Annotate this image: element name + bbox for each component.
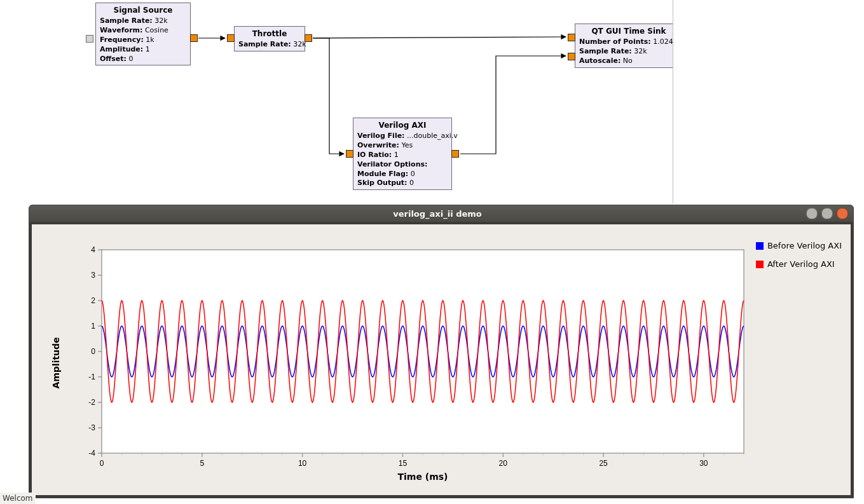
svg-text:20: 20 — [499, 459, 508, 468]
param-row: IO Ratio: 1 — [353, 151, 451, 160]
status-bar: Welcom — [0, 493, 36, 504]
svg-text:3: 3 — [91, 271, 95, 280]
port-in-1[interactable] — [568, 53, 575, 60]
flowgraph-canvas[interactable]: Signal Source Sample Rate: 32k Waveform:… — [0, 0, 864, 203]
legend-label: Before Verilog AXI — [767, 241, 842, 250]
svg-text:1: 1 — [91, 322, 95, 330]
svg-text:15: 15 — [399, 459, 408, 468]
svg-text:-1: -1 — [88, 372, 95, 381]
param-row: Waveform: Cosine — [96, 26, 190, 36]
svg-rect-2 — [102, 250, 744, 453]
node-title: Verilog AXI — [353, 119, 451, 132]
port-in[interactable] — [346, 150, 353, 158]
svg-text:-3: -3 — [88, 423, 95, 432]
node-title: Throttle — [235, 28, 305, 40]
open-port-stub — [86, 35, 93, 43]
svg-text:25: 25 — [599, 459, 608, 468]
svg-text:0: 0 — [100, 459, 104, 468]
svg-text:2: 2 — [91, 296, 95, 305]
param-row: Skip Output: 0 — [353, 179, 451, 188]
close-icon[interactable] — [837, 208, 848, 219]
svg-text:30: 30 — [699, 459, 708, 468]
svg-text:4: 4 — [91, 245, 95, 254]
window-titlebar[interactable]: verilog_axi_ii demo — [29, 205, 853, 222]
svg-text:-4: -4 — [88, 449, 95, 458]
node-title: QT GUI Time Sink — [575, 25, 682, 37]
maximize-icon[interactable] — [821, 208, 833, 219]
window-title: verilog_axi_ii demo — [69, 209, 806, 219]
plot-legend: Before Verilog AXI After Verilog AXI — [756, 241, 842, 278]
port-out[interactable] — [305, 34, 312, 42]
param-row: Sample Rate: 32k — [235, 40, 305, 50]
legend-swatch-icon — [756, 242, 764, 250]
param-row: Frequency: 1k — [96, 36, 190, 45]
svg-text:-2: -2 — [88, 398, 95, 407]
param-row: Amplitude: 1 — [96, 45, 190, 55]
svg-text:Time (ms): Time (ms) — [397, 472, 448, 482]
svg-text:0: 0 — [91, 347, 95, 356]
legend-swatch-icon — [756, 261, 764, 268]
plot-body: Amplitude -4-3-2-101234051015202530Time … — [32, 224, 851, 495]
port-out[interactable] — [451, 150, 459, 158]
legend-item[interactable]: Before Verilog AXI — [756, 241, 842, 250]
node-time-sink[interactable]: QT GUI Time Sink Number of Points: 1.024… — [575, 24, 683, 68]
param-row: Module Flag: 0 — [353, 170, 451, 179]
param-row: Sample Rate: 32k — [575, 47, 682, 57]
param-row: Sample Rate: 32k — [96, 17, 190, 26]
param-row: Autoscale: No — [575, 57, 682, 66]
port-in-0[interactable] — [568, 34, 575, 41]
node-title: Signal Source — [96, 4, 190, 17]
param-row: Number of Points: 1.024k — [575, 37, 682, 47]
svg-text:5: 5 — [200, 459, 204, 468]
node-signal-source[interactable]: Signal Source Sample Rate: 32k Waveform:… — [95, 3, 191, 65]
time-plot[interactable]: -4-3-2-101234051015202530Time (ms) — [57, 237, 846, 491]
param-row: Offset: 0 — [96, 55, 190, 64]
svg-line-1 — [313, 37, 566, 38]
svg-text:10: 10 — [298, 459, 307, 468]
port-out[interactable] — [190, 34, 198, 42]
param-row: Overwrite: Yes — [353, 141, 451, 151]
param-row: Verilator Options: — [353, 160, 451, 170]
legend-label: After Verilog AXI — [767, 259, 835, 269]
port-in[interactable] — [227, 34, 235, 42]
param-row: Verilog File: ...double_axi.v — [353, 132, 451, 141]
node-verilog-axi[interactable]: Verilog AXI Verilog File: ...double_axi.… — [353, 118, 452, 190]
plot-window[interactable]: verilog_axi_ii demo Amplitude -4-3-2-101… — [29, 205, 854, 498]
minimize-icon[interactable] — [806, 208, 818, 219]
legend-item[interactable]: After Verilog AXI — [756, 259, 842, 269]
node-throttle[interactable]: Throttle Sample Rate: 32k — [234, 26, 305, 51]
side-panel — [673, 0, 864, 203]
